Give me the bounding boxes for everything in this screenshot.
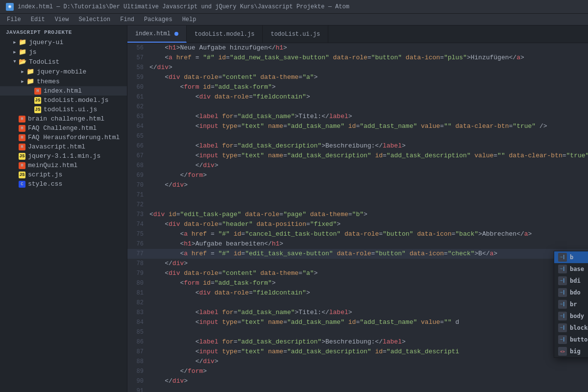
code-line-81: 81 <div data-role="fieldcontain">	[127, 288, 588, 298]
sidebar-item-jquery-mobile[interactable]: ▶ 📁 jquery-mobile	[0, 67, 127, 76]
tab-modified-dot	[174, 32, 178, 36]
code-line-58: 58 </div>	[127, 63, 588, 73]
tab-todolist-model[interactable]: todoList.model.js	[187, 25, 263, 43]
code-line-60: 60 <form id="add_task-form">	[127, 82, 588, 92]
code-line-56: 56 <h1>Neue Aufgabe hinzufügen</h1>	[127, 43, 588, 53]
file-tree-sidebar: Javascript Projekte ▶ 📁 jquery-ui ▶ 📁 js…	[0, 25, 127, 392]
arrow-icon: ▶	[20, 69, 25, 74]
autocomplete-item-b[interactable]: →| b Bold	[554, 251, 588, 263]
code-line-64: 64 <input type="text" name="add_task_nam…	[127, 122, 588, 131]
sidebar-item-index-html[interactable]: ▶ H index.html	[0, 86, 127, 96]
folder-open-icon: 📂	[19, 58, 26, 66]
title-bar: ◉ index.html — D:\Tutorials\Der Ultimati…	[0, 0, 588, 14]
folder-icon: 📁	[26, 77, 34, 85]
autocomplete-item-button[interactable]: →| button Button	[554, 334, 588, 345]
code-line-65: 65	[127, 131, 588, 141]
autocomplete-item-blockquote[interactable]: →| blockquote Blockquote	[554, 322, 588, 334]
menu-view[interactable]: View	[50, 15, 74, 24]
menu-selection[interactable]: Selection	[74, 15, 115, 24]
autocomplete-arrow-icon: →|	[558, 288, 567, 297]
code-line-91: 91	[127, 386, 588, 392]
code-line-57: 57 <a href = "#" id="add_new_task_save-b…	[127, 53, 588, 63]
code-line-73: 73 <div id="edit_task-page" data-role="p…	[127, 210, 588, 220]
code-line-71: 71	[127, 190, 588, 200]
arrow-icon: ▶	[12, 49, 18, 55]
file-label: FAQ Herausforderung.html	[28, 134, 120, 141]
code-line-86: 86 <label for="add_task_description">Bes…	[127, 337, 588, 347]
code-editor[interactable]: 56 <h1>Neue Aufgabe hinzufügen</h1> 57 <…	[127, 43, 588, 392]
autocomplete-arrow-icon: →|	[558, 265, 567, 273]
sidebar-item-todolist[interactable]: ▼ 📂 TodoList	[0, 57, 127, 67]
file-html-icon: H	[19, 116, 25, 122]
tab-bar: index.html todoList.model.js todoList.ui…	[127, 25, 588, 43]
project-header: Javascript Projekte	[0, 25, 127, 37]
code-line-59: 59 <div data-role="content" data-theme="…	[127, 73, 588, 82]
autocomplete-arrow-icon: →|	[558, 335, 567, 344]
file-label: index.html	[44, 87, 82, 95]
autocomplete-name: blockquote	[570, 324, 588, 331]
autocomplete-item-bdo[interactable]: →| bdo Bi-Directional Overri...	[554, 287, 588, 298]
tab-index-html[interactable]: index.html	[127, 25, 187, 43]
sidebar-item-todolist-ui[interactable]: ▶ JS todoList.ui.js	[0, 105, 127, 114]
tab-todolist-ui[interactable]: todoList.ui.js	[263, 25, 328, 43]
sidebar-item-script[interactable]: ▶ JS script.js	[0, 170, 127, 179]
autocomplete-item-base[interactable]: →| base Base	[554, 263, 588, 275]
sidebar-item-jquery-ui[interactable]: ▶ 📁 jquery-ui	[0, 37, 127, 47]
code-line-76: 76 <h1>Aufgabe bearbeiten</h1>	[127, 239, 588, 249]
autocomplete-arrow-icon: →|	[558, 253, 567, 262]
menu-find[interactable]: Find	[115, 15, 139, 24]
code-line-78: 78 </div>	[127, 259, 588, 269]
arrow-icon: ▼	[12, 59, 18, 65]
sidebar-item-faq-challenge[interactable]: ▶ H FAQ Challenge.html	[0, 123, 127, 133]
autocomplete-item-br[interactable]: →| br Line Breaker	[554, 298, 588, 310]
autocomplete-name: br	[570, 301, 588, 308]
autocomplete-tag-icon: <>	[558, 347, 567, 356]
file-label: todoList.ui.js	[44, 106, 97, 113]
main-layout: Javascript Projekte ▶ 📁 jquery-ui ▶ 📁 js…	[0, 25, 588, 392]
code-line-83: 83 <label for="add_task_name">Titel:</la…	[127, 308, 588, 318]
code-line-62: 62	[127, 102, 588, 112]
menu-help[interactable]: Help	[177, 15, 201, 24]
code-line-61: 61 <div data-role="fieldcontain">	[127, 92, 588, 102]
autocomplete-item-big[interactable]: <> big	[554, 345, 588, 357]
arrow-icon: ▶	[12, 39, 18, 45]
sidebar-item-style-css[interactable]: ▶ C style.css	[0, 179, 127, 189]
sidebar-item-brain-challenge[interactable]: ▶ H brain challenge.html	[0, 114, 127, 123]
sidebar-item-javascript-html[interactable]: ▶ H Javascript.html	[0, 142, 127, 151]
file-css-icon: C	[19, 181, 25, 188]
autocomplete-name: bdi	[570, 277, 588, 284]
sidebar-item-meinquiz[interactable]: ▶ H meinQuiz.html	[0, 161, 127, 170]
tab-label: index.html	[135, 30, 171, 37]
autocomplete-name: bdo	[570, 289, 588, 296]
code-line-84: 84 <input type="text" name="add_task_nam…	[127, 318, 588, 327]
tab-label: todoList.ui.js	[270, 31, 320, 38]
code-line-90: 90 </div>	[127, 376, 588, 386]
menu-edit[interactable]: Edit	[26, 15, 50, 24]
file-html-icon: H	[19, 144, 25, 150]
menu-packages[interactable]: Packages	[139, 15, 177, 24]
file-label: script.js	[28, 171, 62, 178]
code-line-79: 79 <div data-role="content" data-theme="…	[127, 269, 588, 278]
tab-label: todoList.model.js	[195, 31, 254, 38]
file-label: brain challenge.html	[28, 115, 104, 122]
autocomplete-item-body[interactable]: →| body Body	[554, 310, 588, 322]
autocomplete-item-bdi[interactable]: →| bdi Bi-Directional Isolat...	[554, 275, 588, 287]
autocomplete-arrow-icon: →|	[558, 323, 567, 332]
sidebar-item-todolist-model[interactable]: ▶ JS todoList.model.js	[0, 96, 127, 105]
sidebar-item-themes[interactable]: ▶ 📁 themes	[0, 76, 127, 86]
sidebar-item-jquery-min[interactable]: ▶ JS jquery-3.1.1.min.js	[0, 151, 127, 161]
code-line-72: 72	[127, 200, 588, 210]
window-title: index.html — D:\Tutorials\Der Ultimative…	[18, 3, 349, 10]
code-line-63: 63 <label for="add_task_name">Titel:</la…	[127, 112, 588, 122]
file-html-icon: H	[19, 125, 25, 132]
sidebar-item-js[interactable]: ▶ 📁 js	[0, 47, 127, 57]
file-js-icon: JS	[34, 106, 41, 113]
editor-area: index.html todoList.model.js todoList.ui…	[127, 25, 588, 392]
code-line-69: 69 </form>	[127, 171, 588, 180]
code-line-74: 74 <div data-role="header" data-position…	[127, 220, 588, 229]
code-line-85: 85	[127, 327, 588, 337]
autocomplete-name: big	[570, 348, 588, 355]
menu-file[interactable]: File	[2, 15, 26, 24]
sidebar-item-faq-heraus[interactable]: ▶ H FAQ Herausforderung.html	[0, 133, 127, 142]
autocomplete-arrow-icon: →|	[558, 276, 567, 285]
